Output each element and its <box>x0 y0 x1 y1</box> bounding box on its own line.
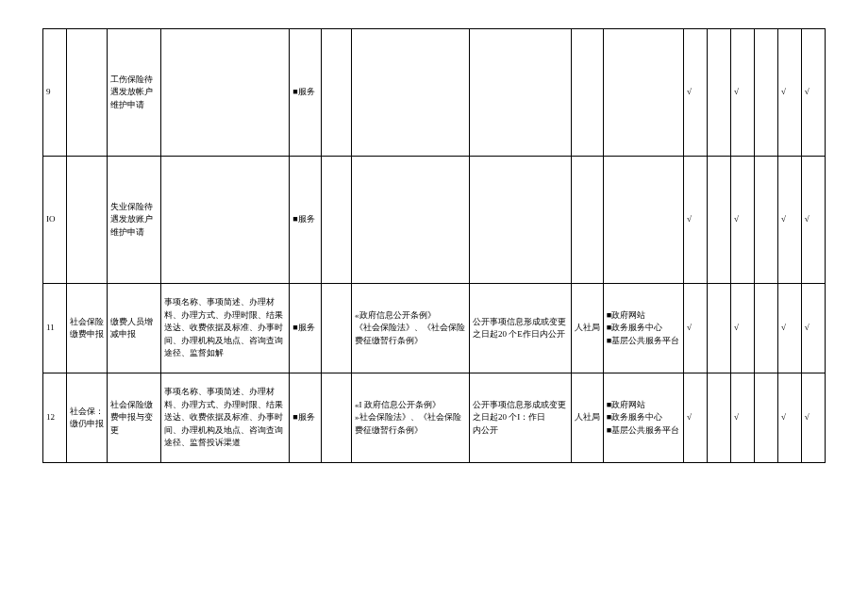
check-cell <box>707 373 730 463</box>
check-cell: √ <box>777 284 801 373</box>
basis-cell <box>352 29 470 157</box>
check-cell: √ <box>730 157 754 284</box>
check-cell <box>707 284 730 373</box>
row-number: 11 <box>43 284 67 373</box>
blank-cell <box>322 373 352 463</box>
item-cell: 社会保险缴费申报与变更 <box>108 373 161 463</box>
channel-cell <box>603 29 683 157</box>
row-number: IO <box>43 157 67 284</box>
description-cell: 事项名称、事项简述、办理材料、办理方式、办理时限、结果送达、收费依据及标准、办事… <box>160 284 289 373</box>
category-cell <box>66 157 107 284</box>
row-number: 12 <box>43 373 67 463</box>
blank-cell <box>322 157 352 284</box>
check-cell: √ <box>684 284 708 373</box>
channel-cell: ■政府网站 ■政务服务中心 ■基层公共服务平台 <box>603 373 683 463</box>
check-cell <box>754 373 777 463</box>
category-cell: 社会保：缴仍申报 <box>66 373 107 463</box>
basis-cell: «I 政府信息公开条例》 »社会保险法》、《社会保险费征缴暂行条例》 <box>352 373 470 463</box>
check-cell: √ <box>730 284 754 373</box>
timing-cell: 公开事项信息形成或变更之日起20 个I：作日 内公开 <box>469 373 571 463</box>
channel-cell <box>603 157 683 284</box>
table-row: 9工伤保险待遇发放帐户维护申请■服务√√√√ <box>43 29 826 157</box>
check-cell: √ <box>801 284 825 373</box>
dept-cell <box>571 29 603 157</box>
check-cell: √ <box>777 373 801 463</box>
category-cell: 社会保险缴费申报 <box>66 284 107 373</box>
timing-cell <box>469 157 571 284</box>
table-row: 11社会保险缴费申报缴费人员增减申报事项名称、事项简述、办理材料、办理方式、办理… <box>43 284 826 373</box>
check-cell: √ <box>684 373 708 463</box>
timing-cell: 公开事项信息形成或变更之日起20 个E作日内公开 <box>469 284 571 373</box>
type-cell: ■服务 <box>290 284 322 373</box>
type-cell: ■服务 <box>290 157 322 284</box>
check-cell <box>754 157 777 284</box>
basis-cell: «政府信息公开条例》 《社会保险法》、《社会保险费征缴暂行条例》 <box>352 284 470 373</box>
check-cell: √ <box>777 29 801 157</box>
row-number: 9 <box>43 29 67 157</box>
check-cell <box>754 284 777 373</box>
blank-cell <box>322 284 352 373</box>
basis-cell <box>352 157 470 284</box>
dept-cell: 人社局 <box>571 284 603 373</box>
check-cell: √ <box>777 157 801 284</box>
check-cell: √ <box>730 29 754 157</box>
table-row: IO失业保险待遇发放账户维护申请■服务√√√√ <box>43 157 826 284</box>
check-cell <box>707 157 730 284</box>
check-cell: √ <box>730 373 754 463</box>
check-cell <box>707 29 730 157</box>
item-cell: 失业保险待遇发放账户维护申请 <box>108 157 161 284</box>
check-cell: √ <box>801 373 825 463</box>
check-cell: √ <box>684 157 708 284</box>
description-cell: 事项名称、事项简述、办理材料、办理方式、办理时限、结果送达、收费依据及标准、办事… <box>160 373 289 463</box>
category-cell <box>66 29 107 157</box>
channel-cell: ■政府网站 ■政务服务中心 ■基层公共服务平台 <box>603 284 683 373</box>
table-row: 12社会保：缴仍申报社会保险缴费申报与变更事项名称、事项简述、办理材料、办理方式… <box>43 373 826 463</box>
item-cell: 工伤保险待遇发放帐户维护申请 <box>108 29 161 157</box>
check-cell: √ <box>684 29 708 157</box>
description-cell <box>160 29 289 157</box>
check-cell <box>754 29 777 157</box>
type-cell: ■服务 <box>290 29 322 157</box>
description-cell <box>160 157 289 284</box>
blank-cell <box>322 29 352 157</box>
item-cell: 缴费人员增减申报 <box>108 284 161 373</box>
type-cell: ■服务 <box>290 373 322 463</box>
dept-cell <box>571 157 603 284</box>
document-table: 9工伤保险待遇发放帐户维护申请■服务√√√√IO失业保险待遇发放账户维护申请■服… <box>42 28 826 463</box>
dept-cell: 人社局 <box>571 373 603 463</box>
check-cell: √ <box>801 29 825 157</box>
check-cell: √ <box>801 157 825 284</box>
timing-cell <box>469 29 571 157</box>
